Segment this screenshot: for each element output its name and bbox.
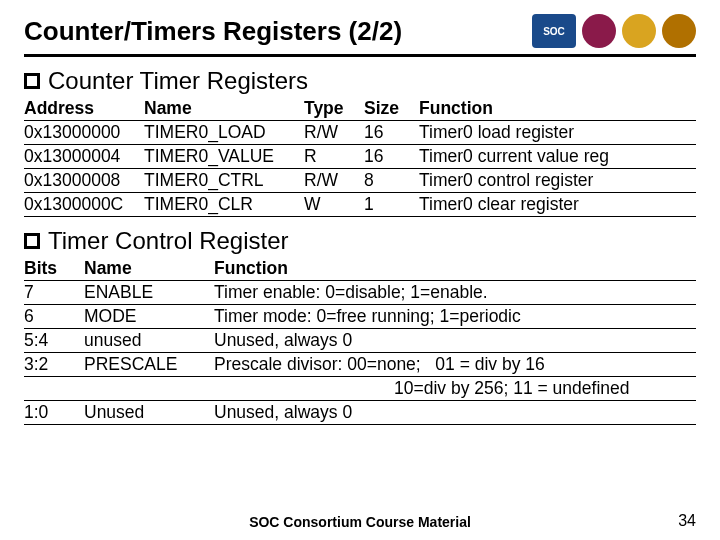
soc-logo-icon: SOC <box>532 14 576 48</box>
cell: 7 <box>24 281 84 305</box>
cell: R/W <box>304 121 364 145</box>
cell: Unused, always 0 <box>214 329 696 353</box>
page-title: Counter/Timers Registers (2/2) <box>24 16 402 47</box>
table-row: 0x1300000CTIMER0_CLRW1Timer0 clear regis… <box>24 193 696 217</box>
cell: Timer enable: 0=disable; 1=enable. <box>214 281 696 305</box>
cell: Timer mode: 0=free running; 1=periodic <box>214 305 696 329</box>
cell: R <box>304 145 364 169</box>
table-row: 5:4unusedUnused, always 0 <box>24 329 696 353</box>
section-heading: Timer Control Register <box>24 227 696 255</box>
table-row: 6MODETimer mode: 0=free running; 1=perio… <box>24 305 696 329</box>
table-header-row: Bits Name Function <box>24 257 696 281</box>
cell: TIMER0_CLR <box>144 193 304 217</box>
cell: 0x13000004 <box>24 145 144 169</box>
cell: 10=div by 256; 11 = undefined <box>214 377 696 401</box>
cell: MODE <box>84 305 214 329</box>
col-type: Type <box>304 97 364 121</box>
cell: 1 <box>364 193 419 217</box>
col-size: Size <box>364 97 419 121</box>
emblem-icon <box>582 14 616 48</box>
cell: Timer0 control register <box>419 169 696 193</box>
table-header-row: Address Name Type Size Function <box>24 97 696 121</box>
cell: Prescale divisor: 00=none; 01 = div by 1… <box>214 353 696 377</box>
square-bullet-icon <box>24 73 40 89</box>
col-bits: Bits <box>24 257 84 281</box>
emblem-icon <box>662 14 696 48</box>
cell: TIMER0_VALUE <box>144 145 304 169</box>
cell: R/W <box>304 169 364 193</box>
timer-control-register-table: Bits Name Function 7ENABLETimer enable: … <box>24 257 696 425</box>
footer-text: SOC Consortium Course Material <box>0 514 720 530</box>
cell: W <box>304 193 364 217</box>
cell: 16 <box>364 145 419 169</box>
table-row: 1:0UnusedUnused, always 0 <box>24 401 696 425</box>
section-label: Timer Control Register <box>48 227 289 255</box>
section-heading: Counter Timer Registers <box>24 67 696 95</box>
cell: 0x13000008 <box>24 169 144 193</box>
cell: 5:4 <box>24 329 84 353</box>
cell: 16 <box>364 121 419 145</box>
square-bullet-icon <box>24 233 40 249</box>
emblem-icon <box>622 14 656 48</box>
table-row: 0x13000000TIMER0_LOADR/W16Timer0 load re… <box>24 121 696 145</box>
table-row: 0x13000008TIMER0_CTRLR/W8Timer0 control … <box>24 169 696 193</box>
counter-timer-registers-table: Address Name Type Size Function 0x130000… <box>24 97 696 217</box>
col-function: Function <box>214 257 696 281</box>
cell: PRESCALE <box>84 353 214 377</box>
section-label: Counter Timer Registers <box>48 67 308 95</box>
table-row: 0x13000004TIMER0_VALUER16Timer0 current … <box>24 145 696 169</box>
cell: Timer0 current value reg <box>419 145 696 169</box>
cell <box>24 377 84 401</box>
table-row: 3:2PRESCALEPrescale divisor: 00=none; 01… <box>24 353 696 377</box>
table-row: 7ENABLETimer enable: 0=disable; 1=enable… <box>24 281 696 305</box>
cell <box>84 377 214 401</box>
col-function: Function <box>419 97 696 121</box>
cell: Timer0 clear register <box>419 193 696 217</box>
cell: unused <box>84 329 214 353</box>
table-row: 10=div by 256; 11 = undefined <box>24 377 696 401</box>
cell: TIMER0_CTRL <box>144 169 304 193</box>
col-address: Address <box>24 97 144 121</box>
col-name: Name <box>84 257 214 281</box>
cell: ENABLE <box>84 281 214 305</box>
cell: 3:2 <box>24 353 84 377</box>
cell: TIMER0_LOAD <box>144 121 304 145</box>
cell: 8 <box>364 169 419 193</box>
cell: 0x13000000 <box>24 121 144 145</box>
cell: Timer0 load register <box>419 121 696 145</box>
cell: Unused <box>84 401 214 425</box>
page-number: 34 <box>678 512 696 530</box>
cell: Unused, always 0 <box>214 401 696 425</box>
col-name: Name <box>144 97 304 121</box>
cell: 6 <box>24 305 84 329</box>
title-bar: Counter/Timers Registers (2/2) SOC <box>24 14 696 57</box>
logo-group: SOC <box>532 14 696 48</box>
cell: 1:0 <box>24 401 84 425</box>
cell: 0x1300000C <box>24 193 144 217</box>
